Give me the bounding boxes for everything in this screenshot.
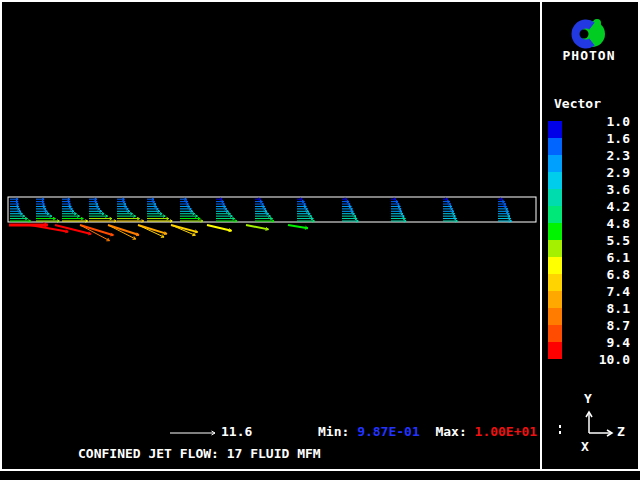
legend-block-13 [548,342,562,359]
legend-block-11 [548,308,562,325]
sidebar-divider [540,0,542,469]
legend-label-10: 7.4 [607,283,630,300]
legend-label-0: 1.0 [607,113,630,130]
legend-label-9: 6.8 [607,266,630,283]
legend-block-4 [548,189,562,206]
logo-hole [580,30,589,39]
minmax-readout: Min: 9.87E-01 Max: 1.00E+01 [318,425,537,439]
legend-block-9 [548,274,562,291]
min-label: Min: [318,424,349,439]
frame-top [0,0,640,2]
legend-block-12 [548,325,562,342]
photon-window: 11.6 Min: 9.87E-01 Max: 1.00E+01 CONFINE… [0,0,640,480]
axis-x-label: X [581,440,589,454]
legend-label-11: 8.1 [607,300,630,317]
frame-left [0,0,2,471]
legend-label-1: 1.6 [607,130,630,147]
legend-block-1 [548,138,562,155]
legend-block-3 [548,172,562,189]
legend-label-3: 2.9 [607,164,630,181]
legend-label-13: 9.4 [607,334,630,351]
legend-title: Vector [554,97,601,111]
legend-color-bar [548,121,562,359]
legend-label-12: 8.7 [607,317,630,334]
legend-label-8: 6.1 [607,249,630,266]
legend-label-7: 5.5 [607,232,630,249]
legend-label-2: 2.3 [607,147,630,164]
max-value: 1.00E+01 [475,424,538,439]
legend-block-0 [548,121,562,138]
legend-block-6 [548,223,562,240]
legend-label-4: 3.6 [607,181,630,198]
legend-block-5 [548,206,562,223]
frame-bottom [0,469,640,471]
legend-label-5: 4.2 [607,198,630,215]
legend-block-10 [548,291,562,308]
legend-block-8 [548,257,562,274]
legend-label-6: 4.8 [607,215,630,232]
legend-label-14: 10.0 [599,351,630,368]
logo-label: PHOTON [540,49,638,63]
legend-block-7 [548,240,562,257]
min-value: 9.87E-01 [357,424,420,439]
legend-block-2 [548,155,562,172]
axis-triad [550,388,638,452]
axis-y-label: Y [584,392,592,406]
vector-plot [0,0,540,469]
axis-z-label: Z [617,425,625,439]
max-label: Max: [435,424,466,439]
scale-arrow-value: 11.6 [221,425,252,439]
plot-title: CONFINED JET FLOW: 17 FLUID MFM [78,447,321,461]
